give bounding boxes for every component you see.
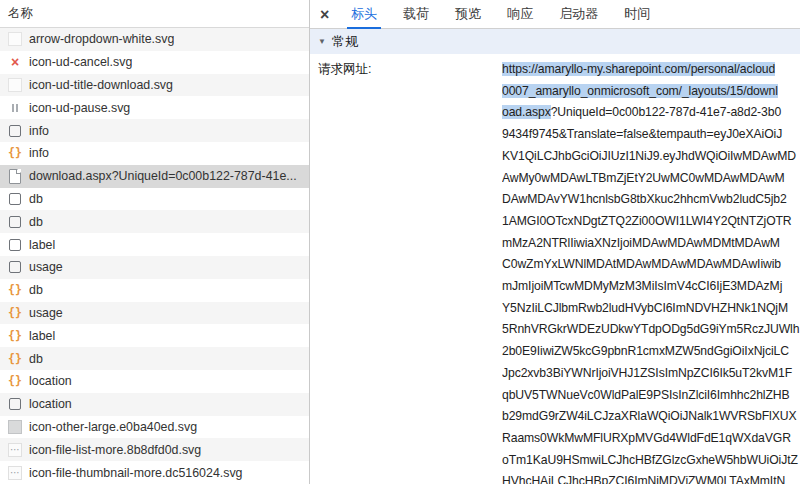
tab-preview[interactable]: 预览	[442, 0, 494, 29]
chevron-down-icon: ▼	[318, 37, 326, 46]
request-url-label: 请求网址:	[310, 59, 502, 484]
image-more-icon	[8, 466, 22, 480]
generic-file-icon	[8, 215, 22, 229]
url-text: KV1QiLCJhbGciOiJIUzI1NiJ9.eyJhdWQiOiIwMD…	[502, 149, 796, 163]
column-header-name-label: 名称	[8, 5, 33, 22]
network-request-row[interactable]: icon-file-thumbnail-more.dc516024.svg	[0, 461, 309, 484]
json-icon	[8, 146, 22, 160]
network-request-row[interactable]: db	[0, 279, 309, 302]
network-request-row[interactable]: db	[0, 210, 309, 233]
request-name-label: location	[29, 374, 72, 388]
url-text: Raams0WkMwMFlURXpMVGd4WldFdE1qWXdaVGR	[502, 431, 791, 445]
json-icon	[8, 352, 22, 366]
url-selected-text: 0007_amaryllo_onmicrosoft_com/_layouts/1…	[502, 84, 778, 98]
url-text: Jpc2xvb3BiYWNrIjoiVHJ1ZSIsImNpZCI6Ik5uT2…	[502, 366, 792, 380]
image-placeholder-icon	[8, 78, 22, 92]
url-line: DAwMDAvYW1hcnlsbG8tbXkuc2hhcmVwb2ludC5jb…	[502, 189, 800, 211]
url-line: qbUV5TWNueVc0WldPalE9PSIsInZlciI6Imhhc2h…	[502, 385, 800, 407]
details-tab-bar: × 标头 载荷 预览 响应 启动器 时间	[310, 0, 800, 29]
url-line: KV1QiLCJhbGciOiJIUzI1NiJ9.eyJhdWQiOiIwMD…	[502, 146, 800, 168]
url-text: DAwMDAvYW1hcnlsbG8tbXkuc2hhcmVwb2ludC5jb…	[502, 192, 787, 206]
request-url-value[interactable]: https://amaryllo-my.sharepoint.com/perso…	[502, 59, 800, 484]
url-text: Y5NzIiLCJlbmRwb2ludHVybCI6ImNDVHZHNk1NQj…	[502, 301, 788, 315]
request-name-label: icon-ud-cancel.svg	[29, 55, 132, 69]
devtools-network-panel: 名称 arrow-dropdown-white.svg icon-ud-canc…	[0, 0, 800, 484]
tab-response[interactable]: 响应	[494, 0, 546, 29]
column-header-name[interactable]: 名称	[0, 0, 309, 28]
request-name-label: info	[29, 124, 49, 138]
network-request-row[interactable]: location	[0, 370, 309, 393]
network-request-row[interactable]: info	[0, 119, 309, 142]
url-line: https://amaryllo-my.sharepoint.com/perso…	[502, 59, 800, 81]
request-name-label: location	[29, 397, 72, 411]
image-placeholder-icon	[8, 32, 22, 46]
json-icon	[8, 306, 22, 320]
close-icon[interactable]: ×	[320, 0, 329, 29]
request-name-label: label	[29, 329, 55, 343]
url-line: HVhcHAiLCJhcHBpZCI6ImNiMDViZWM0LTAxMmItN	[502, 471, 800, 484]
generic-file-icon	[8, 238, 22, 252]
url-line: Jpc2xvb3BiYWNrIjoiVHJ1ZSIsImNpZCI6Ik5uT2…	[502, 363, 800, 385]
url-line: C0wZmYxLWNlMDAtMDAwMDAwMDAwMDAwIiwib	[502, 254, 800, 276]
network-request-row[interactable]: icon-other-large.e0ba40ed.svg	[0, 416, 309, 439]
url-line: 0007_amaryllo_onmicrosoft_com/_layouts/1…	[502, 81, 800, 103]
url-line: oad.aspx?UniqueId=0c00b122-787d-41e7-a8d…	[502, 102, 800, 124]
url-line: mMzA2NTRlIiwiaXNzIjoiMDAwMDAwMDMtMDAwM	[502, 233, 800, 255]
request-name-label: arrow-dropdown-white.svg	[29, 32, 174, 46]
url-line: AwMy0wMDAwLTBmZjEtY2UwMC0wMDAwMDAwM	[502, 168, 800, 190]
url-line: 5RnhVRGkrWDEzUDkwYTdpODg5dG9iYm5RczJUWlh	[502, 319, 800, 341]
tab-initiator[interactable]: 启动器	[546, 0, 611, 29]
request-rows: arrow-dropdown-white.svg icon-ud-cancel.…	[0, 28, 309, 484]
url-text: mJmIjoiMTcwMDMyMzM3MiIsImV4cCI6IjE3MDAzM…	[502, 279, 782, 293]
url-selected-text: oad.aspx	[502, 105, 551, 119]
network-request-row[interactable]: label	[0, 324, 309, 347]
json-icon	[8, 283, 22, 297]
json-icon	[8, 329, 22, 343]
url-text: AwMy0wMDAwLTBmZjEtY2UwMC0wMDAwMDAwM	[502, 171, 785, 185]
url-line: Y5NzIiLCJlbmRwb2ludHVybCI6ImNDVHZHNk1NQj…	[502, 298, 800, 320]
request-name-label: info	[29, 146, 49, 160]
tab-payload[interactable]: 载荷	[390, 0, 442, 29]
url-line: b29mdG9rZW4iLCJzaXRlaWQiOiJNalk1WVRSbFlX…	[502, 406, 800, 428]
network-request-row[interactable]: info	[0, 142, 309, 165]
section-general-label: 常规	[332, 33, 358, 51]
network-request-row[interactable]: db	[0, 188, 309, 211]
url-selected-text: https://amaryllo-my.sharepoint.com/perso…	[502, 62, 775, 76]
network-request-row[interactable]: icon-ud-title-download.svg	[0, 74, 309, 97]
generic-file-icon	[8, 260, 22, 274]
url-text: ?UniqueId=0c00b122-787d-41e7-a8d2-3b0	[551, 105, 781, 119]
network-request-row[interactable]: download.aspx?UniqueId=0c00b122-787d-41e…	[0, 165, 309, 188]
document-icon	[8, 169, 22, 183]
generic-file-icon	[8, 192, 22, 206]
request-name-label: download.aspx?UniqueId=0c00b122-787d-41e…	[29, 169, 297, 183]
network-request-row[interactable]: usage	[0, 302, 309, 325]
network-request-row[interactable]: icon-file-list-more.8b8dfd0d.svg	[0, 438, 309, 461]
url-text: HVhcHAiLCJhcHBpZCI6ImNiMDViZWM0LTAxMmItN	[502, 474, 785, 484]
url-text: mMzA2NTRlIiwiaXNzIjoiMDAwMDAwMDMtMDAwM	[502, 236, 780, 250]
network-request-row[interactable]: db	[0, 347, 309, 370]
url-text: 9434f9745&Translate=false&tempauth=eyJ0e…	[502, 127, 782, 141]
network-request-row[interactable]: location	[0, 393, 309, 416]
network-request-row[interactable]: icon-ud-pause.svg	[0, 96, 309, 119]
request-name-label: db	[29, 283, 43, 297]
request-name-label: icon-ud-pause.svg	[29, 101, 130, 115]
request-name-label: usage	[29, 306, 63, 320]
url-text: qbUV5TWNueVc0WldPalE9PSIsInZlciI6Imhhc2h…	[502, 388, 790, 402]
request-name-label: icon-file-thumbnail-more.dc516024.svg	[29, 466, 243, 480]
url-text: b29mdG9rZW4iLCJzaXRlaWQiOiJNalk1WVRSbFlX…	[502, 409, 796, 423]
url-line: 1AMGI0OTcxNDgtZTQ2Zi00OWI1LWI4Y2QtNTZjOT…	[502, 211, 800, 233]
network-request-row[interactable]: arrow-dropdown-white.svg	[0, 28, 309, 51]
generic-file-icon	[8, 124, 22, 138]
network-request-row[interactable]: icon-ud-cancel.svg	[0, 51, 309, 74]
request-name-label: icon-ud-title-download.svg	[29, 78, 173, 92]
tab-headers[interactable]: 标头	[338, 0, 390, 29]
generic-file-icon	[8, 397, 22, 411]
network-request-row[interactable]: usage	[0, 256, 309, 279]
network-request-row[interactable]: label	[0, 233, 309, 256]
url-line: 2b0E9IiwiZW5kcG9pbnR1cmxMZW5ndGgiOiIxNjc…	[502, 341, 800, 363]
section-general-header[interactable]: ▼ 常规	[310, 29, 800, 54]
request-name-label: db	[29, 215, 43, 229]
tab-timing[interactable]: 时间	[611, 0, 663, 29]
url-text: C0wZmYxLWNlMDAtMDAwMDAwMDAwMDAwIiwib	[502, 257, 781, 271]
url-line: oTm1KaU9HSmwiLCJhcHBfZGlzcGxheW5hbWUiOiJ…	[502, 450, 800, 472]
